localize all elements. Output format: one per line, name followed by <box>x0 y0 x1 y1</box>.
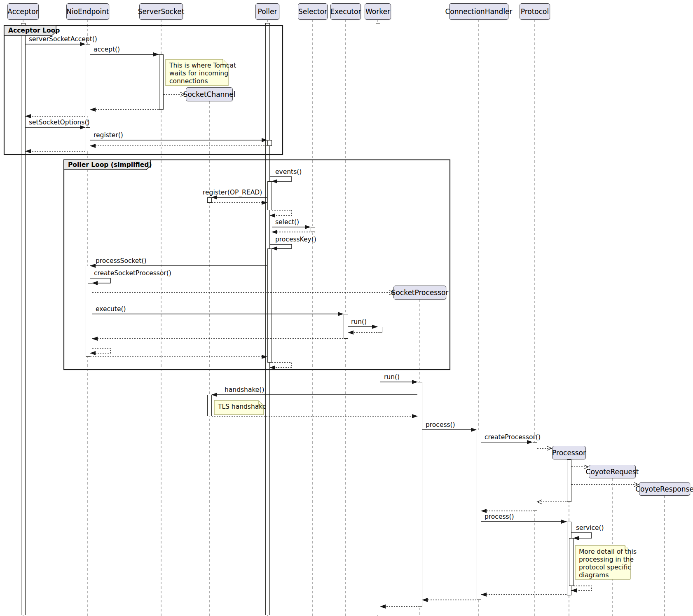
message-label: run() <box>351 318 367 326</box>
message-label: register() <box>94 131 123 139</box>
message-label: handshake() <box>225 386 264 393</box>
frame-title: Acceptor Loop <box>8 27 60 34</box>
message-label: createSocketProcessor() <box>94 269 171 277</box>
message-label: service() <box>576 524 604 532</box>
message-arrow-events <box>270 177 292 181</box>
participant-box-socketprocessor: SocketProcessor <box>393 286 446 300</box>
sequence-diagram: Acceptor LoopPoller Loop (simplified)ser… <box>0 0 693 616</box>
message-label: select() <box>275 218 299 226</box>
participant-box-worker: Worker <box>365 3 391 20</box>
message-label: execute() <box>96 305 126 313</box>
participant-box-protocol: Protocol <box>520 3 550 20</box>
participant-box-nioendpoint: NioEndpoint <box>66 3 109 20</box>
message-label: process() <box>485 513 514 520</box>
note-line: This is where Tomcat <box>169 62 236 70</box>
message-label: processKey() <box>275 236 316 243</box>
message-arrow-processkey <box>270 244 292 248</box>
participant-box-executor: Executor <box>330 3 361 20</box>
message-arrow-createsocketprocessor <box>90 278 110 283</box>
participant-box-poller: Poller <box>255 3 279 20</box>
note-line: connections <box>169 77 208 85</box>
note-line: More detail of this <box>579 548 637 556</box>
participant-box-connectionhandler: ConnectionHandler <box>449 3 508 20</box>
message-arrow-selfret <box>270 210 292 215</box>
note-line: TLS handshake <box>218 403 266 411</box>
message-arrow-selfret <box>571 586 592 590</box>
participant-box-socketchannel: SocketChannel <box>186 87 233 101</box>
message-arrow-service <box>571 533 592 538</box>
participant-box-acceptor: Acceptor <box>7 3 39 20</box>
note-line: protocol specific <box>579 564 631 571</box>
participant-box-selector: Selector <box>298 3 328 20</box>
message-label: setSocketOptions() <box>29 119 89 126</box>
message-arrow-selfret <box>270 363 292 368</box>
message-label: serverSocketAccept() <box>29 35 97 43</box>
message-label: events() <box>275 168 302 176</box>
note-line: waits for incoming <box>169 70 228 77</box>
message-label: process() <box>426 421 455 429</box>
message-label: register(OP_READ) <box>203 189 262 196</box>
note-line: processing in the <box>579 556 634 564</box>
message-label: run() <box>384 373 400 381</box>
frame-title: Poller Loop (simplified) <box>68 161 152 169</box>
participant-box-serversocket: ServerSocket <box>139 3 183 20</box>
frame-acceptor-loop <box>4 26 283 155</box>
participant-box-coyoteresponse: CoyoteResponse <box>639 482 690 496</box>
message-arrow-selfret <box>90 348 110 353</box>
participant-box-coyoterequest: CoyoteRequest <box>589 465 636 478</box>
note-line: diagrams <box>579 571 609 579</box>
message-label: accept() <box>94 46 120 53</box>
message-label: processSocket() <box>96 257 147 265</box>
message-label: createProcessor() <box>485 433 541 441</box>
participant-box-processor: Processor <box>552 446 586 459</box>
